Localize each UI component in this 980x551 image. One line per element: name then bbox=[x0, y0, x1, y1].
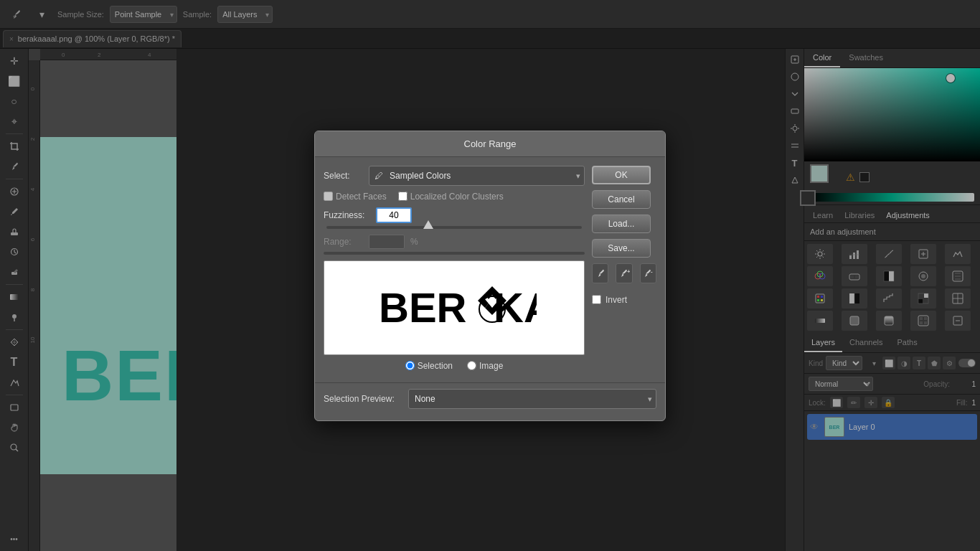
dialog-footer: Selection Preview: None bbox=[315, 382, 665, 409]
footer-select-wrapper: None bbox=[408, 389, 656, 409]
invert-label[interactable]: Invert bbox=[606, 295, 627, 305]
eyedropper-row: + - bbox=[592, 263, 656, 283]
color-range-dialog: Color Range Select: 🖊 Sampled Colors bbox=[314, 131, 666, 421]
fuzziness-row: Fuzziness: 40 bbox=[324, 207, 585, 223]
invert-row: Invert bbox=[592, 295, 656, 305]
preview-text: BER KAL bbox=[366, 270, 542, 345]
svg-text:-: - bbox=[651, 268, 653, 275]
localized-color-clusters-checkbox[interactable] bbox=[398, 192, 407, 201]
invert-checkbox[interactable] bbox=[592, 295, 601, 304]
fuzziness-slider-track bbox=[326, 226, 582, 229]
select-dropdown[interactable]: Sampled Colors bbox=[369, 166, 585, 186]
eyedropper-remove-btn[interactable]: - bbox=[640, 263, 656, 283]
dialog-title: Color Range bbox=[315, 131, 665, 157]
footer-row: Selection Preview: None bbox=[324, 389, 656, 409]
eyedropper-sample-btn[interactable] bbox=[592, 263, 608, 283]
preview-box: BER KAL bbox=[324, 260, 585, 355]
detect-faces-checkbox[interactable] bbox=[324, 192, 333, 201]
range-slider-track bbox=[324, 252, 585, 255]
load-button[interactable]: Load... bbox=[592, 215, 651, 233]
fuzziness-slider-thumb[interactable] bbox=[423, 220, 433, 229]
detect-faces-label[interactable]: Detect Faces bbox=[324, 192, 387, 202]
select-label: Select: bbox=[324, 171, 363, 181]
range-row: Range: % bbox=[324, 235, 585, 249]
cancel-button[interactable]: Cancel bbox=[592, 190, 651, 209]
fuzziness-label: Fuzziness: bbox=[324, 210, 370, 220]
range-input[interactable] bbox=[369, 235, 405, 249]
select-wrapper: 🖊 Sampled Colors bbox=[369, 166, 585, 186]
dialog-left: Select: 🖊 Sampled Colors Detect Faces bbox=[324, 166, 585, 374]
modal-overlay: Color Range Select: 🖊 Sampled Colors bbox=[0, 0, 980, 551]
save-button[interactable]: Save... bbox=[592, 239, 651, 258]
eyedropper-add-btn[interactable]: + bbox=[616, 263, 632, 283]
fuzziness-input[interactable]: 40 bbox=[376, 207, 412, 223]
range-label: Range: bbox=[324, 237, 363, 247]
selection-preview-label: Selection Preview: bbox=[324, 394, 402, 404]
localized-color-clusters-label[interactable]: Localized Color Clusters bbox=[398, 192, 504, 202]
fuzziness-slider-container bbox=[324, 226, 585, 229]
svg-text:BER: BER bbox=[379, 284, 466, 331]
selection-preview-select[interactable]: None bbox=[408, 389, 656, 409]
selection-radio-label[interactable]: Selection bbox=[405, 361, 453, 371]
radio-row: Selection Image bbox=[324, 361, 585, 371]
selection-radio[interactable] bbox=[405, 361, 415, 370]
dialog-body: Select: 🖊 Sampled Colors Detect Faces bbox=[315, 157, 665, 382]
select-row: Select: 🖊 Sampled Colors bbox=[324, 166, 585, 186]
range-percent: % bbox=[410, 237, 418, 247]
image-radio[interactable] bbox=[467, 361, 476, 370]
checkbox-row: Detect Faces Localized Color Clusters bbox=[324, 192, 585, 202]
ok-button[interactable]: OK bbox=[592, 166, 651, 184]
svg-text:+: + bbox=[627, 268, 630, 275]
image-radio-label[interactable]: Image bbox=[467, 361, 503, 371]
svg-text:KAL: KAL bbox=[494, 284, 537, 331]
dialog-right: OK Cancel Load... Save... bbox=[592, 166, 656, 374]
